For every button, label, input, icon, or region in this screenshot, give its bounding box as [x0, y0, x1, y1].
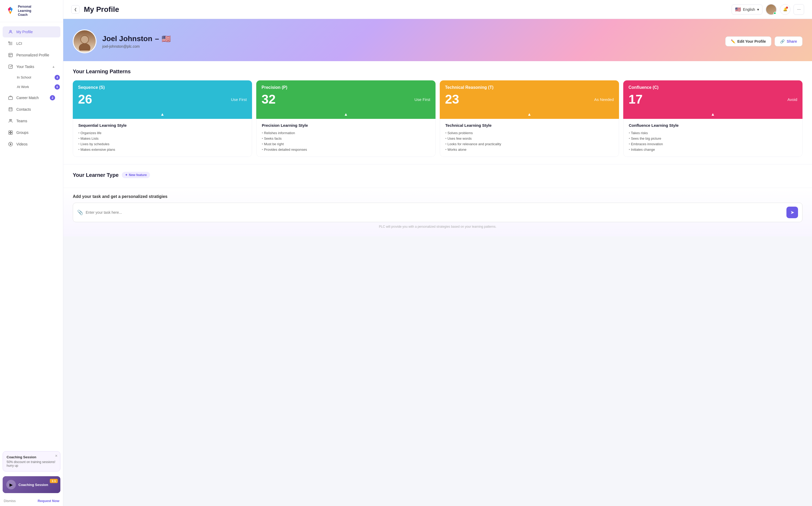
- list-item: Takes risks: [629, 130, 797, 136]
- task-send-button[interactable]: ➤: [787, 206, 798, 218]
- svg-point-24: [81, 36, 88, 43]
- technical-card-body: Technical Learning Style Solves problems…: [440, 119, 619, 157]
- learning-patterns-title: Your Learning Patterns: [73, 69, 803, 75]
- task-input[interactable]: [86, 210, 784, 215]
- coaching-session-label: Coaching Session: [18, 483, 48, 487]
- pattern-card-confluence: Confluence (C) 17 Avoid ▲ Confluence Lea…: [623, 80, 803, 157]
- sequence-score: 26: [78, 93, 92, 106]
- confluence-card-body: Confluence Learning Style Takes risks Se…: [623, 119, 803, 157]
- sparkle-icon: ✦: [125, 173, 128, 177]
- svg-rect-20: [11, 133, 12, 135]
- sidebar-item-personalized-profile[interactable]: Personalized Profile: [3, 50, 60, 61]
- coaching-session-badge: 1:1: [50, 479, 58, 483]
- list-item: Initiates change: [629, 147, 797, 152]
- coaching-banner: × Coaching Session 50% discount on train…: [3, 451, 60, 472]
- sidebar-item-contacts[interactable]: Contacts: [3, 104, 60, 115]
- sidebar-item-lci[interactable]: LCI: [3, 38, 60, 49]
- avatar-container: [765, 4, 777, 15]
- list-item: Looks for relevance and practicality: [445, 141, 614, 147]
- profile-banner: Joel Johnston – 🇺🇸 joel-johnston@plc.com…: [63, 19, 812, 61]
- collapse-sidebar-button[interactable]: ❮: [71, 5, 80, 14]
- precision-expand-icon[interactable]: ▲: [256, 110, 435, 119]
- in-school-badge: 4: [55, 75, 60, 80]
- request-now-button[interactable]: Request Now: [38, 499, 59, 503]
- profile-actions: ✏️ Edit Your Profile 🔗 Share: [725, 36, 803, 47]
- sidebar-item-in-school[interactable]: In School 4: [14, 73, 63, 82]
- confluence-score-row: 17 Avoid: [629, 93, 797, 106]
- coaching-title: Coaching Session: [7, 455, 57, 459]
- precision-card-body: Precision Learning Style Relishes inform…: [256, 119, 435, 157]
- profile-email: joel-johnston@plc.com: [102, 44, 171, 49]
- profile-info: Joel Johnston – 🇺🇸 joel-johnston@plc.com: [73, 29, 171, 53]
- main-content: ❮ My Profile 🇺🇸 English ▾ 🔔 ⋯: [63, 0, 812, 506]
- list-item: Relishes information: [262, 130, 430, 136]
- sequence-card-header: Sequence (S) 26 Use First: [73, 80, 252, 110]
- app-name-text: Personal Learning Coach: [18, 5, 31, 17]
- svg-rect-7: [9, 65, 12, 69]
- learner-type-section: Your Learner Type ✦ New feature: [63, 164, 812, 188]
- header-left: ❮ My Profile: [71, 5, 119, 14]
- learning-patterns-section: Your Learning Patterns Sequence (S) 26 U…: [63, 61, 812, 164]
- list-item: Works alone: [445, 147, 614, 152]
- profile-details: Joel Johnston – 🇺🇸 joel-johnston@plc.com: [102, 34, 171, 49]
- svg-point-16: [11, 119, 12, 121]
- sidebar-item-at-work[interactable]: At Work 6: [14, 82, 63, 92]
- sidebar-item-your-tasks[interactable]: Your Tasks ▲: [3, 61, 60, 72]
- dismiss-button[interactable]: Dismiss: [4, 499, 16, 503]
- list-item: Must be right: [262, 141, 430, 147]
- notifications-button[interactable]: 🔔: [780, 4, 790, 15]
- confluence-expand-icon[interactable]: ▲: [623, 110, 803, 119]
- new-feature-badge: ✦ New feature: [122, 172, 150, 178]
- page-title: My Profile: [84, 5, 119, 14]
- language-selector[interactable]: 🇺🇸 English ▾: [732, 4, 762, 14]
- technical-score-row: 23 As Needed: [445, 93, 614, 106]
- technical-usage: As Needed: [594, 97, 614, 102]
- sidebar-item-videos[interactable]: Videos: [3, 139, 60, 150]
- svg-rect-4: [9, 53, 12, 57]
- videos-icon: [8, 142, 13, 147]
- language-flag-icon: 🇺🇸: [735, 7, 741, 12]
- edit-icon: ✏️: [731, 39, 735, 44]
- sidebar-item-career-match[interactable]: Career Match 2: [3, 92, 60, 103]
- header-right: 🇺🇸 English ▾ 🔔 ⋯: [732, 4, 804, 15]
- pattern-card-sequence: Sequence (S) 26 Use First ▲ Sequential L…: [73, 80, 252, 157]
- sidebar-item-teams[interactable]: Teams: [3, 115, 60, 126]
- more-options-button[interactable]: ⋯: [794, 4, 804, 15]
- coaching-close-button[interactable]: ×: [55, 453, 58, 458]
- contacts-icon: [8, 107, 13, 112]
- sidebar-footer: Dismiss Request Now: [0, 496, 63, 506]
- sequence-score-row: 26 Use First: [78, 93, 247, 106]
- profile-header: Joel Johnston – 🇺🇸 joel-johnston@plc.com…: [73, 29, 803, 53]
- precision-score: 32: [261, 93, 275, 106]
- tasks-chevron-icon: ▲: [52, 65, 55, 69]
- pattern-card-technical: Technical Reasoning (T) 23 As Needed ▲ T…: [440, 80, 619, 157]
- header: ❮ My Profile 🇺🇸 English ▾ 🔔 ⋯: [63, 0, 812, 19]
- career-match-badge: 2: [50, 95, 55, 100]
- list-item: Makes Lists: [78, 136, 246, 141]
- svg-rect-17: [9, 131, 10, 132]
- app-logo: Personal Learning Coach: [0, 0, 63, 22]
- sequence-expand-icon[interactable]: ▲: [73, 110, 252, 119]
- more-dots-icon: ⋯: [797, 7, 801, 11]
- precision-usage: Use First: [414, 97, 430, 102]
- confluence-label: Confluence (C): [629, 85, 797, 90]
- coaching-session-card[interactable]: 1:1 ▶ Coaching Session: [3, 476, 60, 493]
- sequence-style-title: Sequential Learning Style: [78, 123, 246, 128]
- confluence-traits: Takes risks Sees the big picture Embrace…: [629, 130, 797, 152]
- tasks-sub-menu: In School 4 At Work 6: [14, 73, 63, 92]
- share-button[interactable]: 🔗 Share: [775, 36, 803, 47]
- technical-card-header: Technical Reasoning (T) 23 As Needed: [440, 80, 619, 110]
- groups-icon: [8, 130, 13, 135]
- svg-marker-22: [10, 143, 12, 145]
- technical-expand-icon[interactable]: ▲: [440, 110, 619, 119]
- list-item: Organizes life: [78, 130, 246, 136]
- edit-profile-button[interactable]: ✏️ Edit Your Profile: [725, 36, 772, 47]
- technical-score: 23: [445, 93, 459, 106]
- profile-avatar: [73, 29, 96, 53]
- sidebar-item-groups[interactable]: Groups: [3, 127, 60, 138]
- send-icon: ➤: [790, 209, 794, 215]
- task-section: Add your task and get a personalized str…: [63, 188, 812, 236]
- at-work-badge: 6: [55, 84, 60, 90]
- sidebar-item-my-profile[interactable]: My Profile: [3, 26, 60, 37]
- pattern-card-precision: Precision (P) 32 Use First ▲ Precision L…: [256, 80, 435, 157]
